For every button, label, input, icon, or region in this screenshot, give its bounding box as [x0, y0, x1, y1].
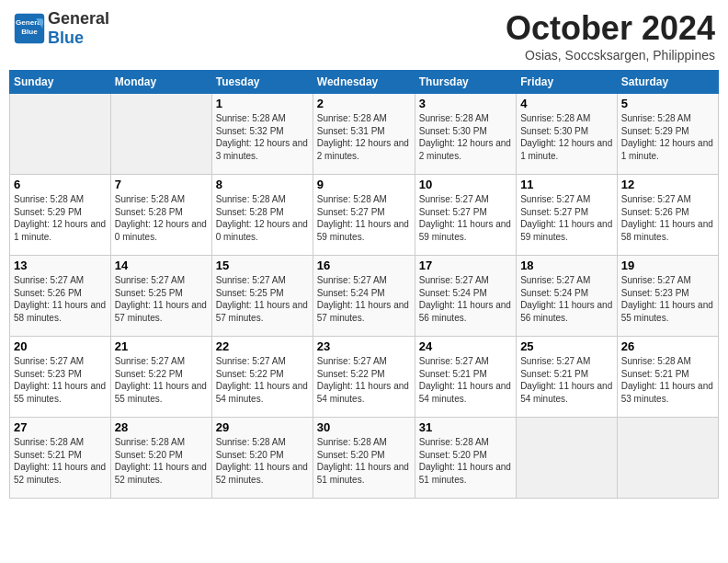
day-info: Sunrise: 5:27 AM Sunset: 5:24 PM Dayligh… — [520, 274, 613, 324]
title-block: October 2024 Osias, Soccsksargen, Philip… — [506, 9, 715, 63]
calendar-table: SundayMondayTuesdayWednesdayThursdayFrid… — [9, 70, 719, 499]
header-day-friday: Friday — [517, 71, 618, 94]
week-row-1: 1Sunrise: 5:28 AM Sunset: 5:32 PM Daylig… — [10, 94, 719, 175]
day-info: Sunrise: 5:28 AM Sunset: 5:32 PM Dayligh… — [216, 112, 309, 162]
calendar-cell: 10Sunrise: 5:27 AM Sunset: 5:27 PM Dayli… — [415, 175, 516, 256]
header-day-thursday: Thursday — [415, 71, 516, 94]
day-number: 5 — [621, 97, 714, 110]
calendar-cell: 22Sunrise: 5:27 AM Sunset: 5:22 PM Dayli… — [211, 337, 313, 418]
day-number: 19 — [621, 259, 714, 272]
calendar-cell: 29Sunrise: 5:28 AM Sunset: 5:20 PM Dayli… — [211, 418, 313, 499]
calendar-cell: 15Sunrise: 5:27 AM Sunset: 5:25 PM Dayli… — [211, 256, 313, 337]
day-number: 26 — [621, 339, 714, 353]
calendar-cell — [110, 94, 211, 175]
day-number: 12 — [621, 178, 714, 191]
day-info: Sunrise: 5:28 AM Sunset: 5:28 PM Dayligh… — [115, 193, 208, 243]
week-row-3: 13Sunrise: 5:27 AM Sunset: 5:26 PM Dayli… — [10, 256, 719, 337]
day-number: 11 — [520, 178, 613, 191]
day-number: 25 — [520, 339, 613, 353]
day-number: 16 — [317, 259, 411, 272]
day-info: Sunrise: 5:28 AM Sunset: 5:20 PM Dayligh… — [419, 436, 512, 486]
calendar-cell: 21Sunrise: 5:27 AM Sunset: 5:22 PM Dayli… — [110, 337, 211, 418]
calendar-cell: 5Sunrise: 5:28 AM Sunset: 5:29 PM Daylig… — [617, 94, 718, 175]
calendar-cell — [10, 94, 111, 175]
calendar-cell: 9Sunrise: 5:28 AM Sunset: 5:27 PM Daylig… — [313, 175, 415, 256]
calendar-cell: 13Sunrise: 5:27 AM Sunset: 5:26 PM Dayli… — [10, 256, 111, 337]
header-day-tuesday: Tuesday — [211, 71, 313, 94]
location-subtitle: Osias, Soccsksargen, Philippines — [506, 48, 715, 63]
day-info: Sunrise: 5:27 AM Sunset: 5:27 PM Dayligh… — [419, 193, 512, 243]
day-number: 13 — [14, 259, 107, 272]
day-number: 20 — [14, 339, 107, 353]
day-number: 3 — [419, 97, 512, 110]
logo-blue-text: Blue — [48, 29, 84, 47]
calendar-cell: 20Sunrise: 5:27 AM Sunset: 5:23 PM Dayli… — [10, 337, 111, 418]
day-info: Sunrise: 5:28 AM Sunset: 5:30 PM Dayligh… — [520, 112, 613, 162]
day-number: 2 — [317, 97, 411, 110]
day-info: Sunrise: 5:28 AM Sunset: 5:29 PM Dayligh… — [621, 112, 714, 162]
calendar-header: SundayMondayTuesdayWednesdayThursdayFrid… — [10, 71, 719, 94]
calendar-cell: 11Sunrise: 5:27 AM Sunset: 5:27 PM Dayli… — [517, 175, 618, 256]
calendar-cell: 19Sunrise: 5:27 AM Sunset: 5:23 PM Dayli… — [617, 256, 718, 337]
day-info: Sunrise: 5:28 AM Sunset: 5:20 PM Dayligh… — [115, 436, 208, 486]
calendar-cell: 30Sunrise: 5:28 AM Sunset: 5:20 PM Dayli… — [313, 418, 415, 499]
logo-general-text: General — [48, 9, 109, 28]
day-info: Sunrise: 5:27 AM Sunset: 5:25 PM Dayligh… — [216, 274, 309, 324]
calendar-cell: 4Sunrise: 5:28 AM Sunset: 5:30 PM Daylig… — [517, 94, 618, 175]
calendar-cell: 14Sunrise: 5:27 AM Sunset: 5:25 PM Dayli… — [110, 256, 211, 337]
calendar-cell: 24Sunrise: 5:27 AM Sunset: 5:21 PM Dayli… — [415, 337, 516, 418]
day-info: Sunrise: 5:27 AM Sunset: 5:22 PM Dayligh… — [115, 355, 208, 405]
day-info: Sunrise: 5:27 AM Sunset: 5:27 PM Dayligh… — [520, 193, 613, 243]
day-info: Sunrise: 5:27 AM Sunset: 5:23 PM Dayligh… — [621, 274, 714, 324]
calendar-cell: 18Sunrise: 5:27 AM Sunset: 5:24 PM Dayli… — [517, 256, 618, 337]
day-number: 27 — [14, 420, 107, 434]
day-info: Sunrise: 5:27 AM Sunset: 5:24 PM Dayligh… — [317, 274, 411, 324]
day-number: 15 — [216, 259, 309, 272]
day-number: 30 — [317, 420, 411, 434]
week-row-2: 6Sunrise: 5:28 AM Sunset: 5:29 PM Daylig… — [10, 175, 719, 256]
day-number: 21 — [115, 339, 208, 353]
header-day-saturday: Saturday — [617, 71, 718, 94]
calendar-cell: 31Sunrise: 5:28 AM Sunset: 5:20 PM Dayli… — [415, 418, 516, 499]
day-number: 29 — [216, 420, 309, 434]
calendar-cell: 28Sunrise: 5:28 AM Sunset: 5:20 PM Dayli… — [110, 418, 211, 499]
calendar-cell: 7Sunrise: 5:28 AM Sunset: 5:28 PM Daylig… — [110, 175, 211, 256]
calendar-cell — [517, 418, 618, 499]
calendar-cell: 25Sunrise: 5:27 AM Sunset: 5:21 PM Dayli… — [517, 337, 618, 418]
week-row-4: 20Sunrise: 5:27 AM Sunset: 5:23 PM Dayli… — [10, 337, 719, 418]
calendar-cell: 26Sunrise: 5:28 AM Sunset: 5:21 PM Dayli… — [617, 337, 718, 418]
day-info: Sunrise: 5:27 AM Sunset: 5:22 PM Dayligh… — [317, 355, 411, 405]
day-number: 18 — [520, 259, 613, 272]
header-day-sunday: Sunday — [10, 71, 111, 94]
day-number: 14 — [115, 259, 208, 272]
day-info: Sunrise: 5:28 AM Sunset: 5:21 PM Dayligh… — [14, 436, 107, 486]
day-info: Sunrise: 5:27 AM Sunset: 5:26 PM Dayligh… — [621, 193, 714, 243]
day-info: Sunrise: 5:27 AM Sunset: 5:21 PM Dayligh… — [520, 355, 613, 405]
calendar-cell: 8Sunrise: 5:28 AM Sunset: 5:28 PM Daylig… — [211, 175, 313, 256]
day-info: Sunrise: 5:28 AM Sunset: 5:20 PM Dayligh… — [317, 436, 411, 486]
day-number: 28 — [115, 420, 208, 434]
day-number: 9 — [317, 178, 411, 191]
day-number: 31 — [419, 420, 512, 434]
day-info: Sunrise: 5:27 AM Sunset: 5:25 PM Dayligh… — [115, 274, 208, 324]
calendar-cell: 3Sunrise: 5:28 AM Sunset: 5:30 PM Daylig… — [415, 94, 516, 175]
day-info: Sunrise: 5:27 AM Sunset: 5:22 PM Dayligh… — [216, 355, 309, 405]
day-info: Sunrise: 5:28 AM Sunset: 5:27 PM Dayligh… — [317, 193, 411, 243]
calendar-cell: 2Sunrise: 5:28 AM Sunset: 5:31 PM Daylig… — [313, 94, 415, 175]
calendar-cell — [617, 418, 718, 499]
day-info: Sunrise: 5:28 AM Sunset: 5:20 PM Dayligh… — [216, 436, 309, 486]
day-info: Sunrise: 5:28 AM Sunset: 5:21 PM Dayligh… — [621, 355, 714, 405]
calendar-cell: 12Sunrise: 5:27 AM Sunset: 5:26 PM Dayli… — [617, 175, 718, 256]
day-number: 22 — [216, 339, 309, 353]
day-info: Sunrise: 5:28 AM Sunset: 5:28 PM Dayligh… — [216, 193, 309, 243]
day-info: Sunrise: 5:27 AM Sunset: 5:23 PM Dayligh… — [14, 355, 107, 405]
week-row-5: 27Sunrise: 5:28 AM Sunset: 5:21 PM Dayli… — [10, 418, 719, 499]
day-number: 7 — [115, 178, 208, 191]
day-number: 24 — [419, 339, 512, 353]
day-number: 4 — [520, 97, 613, 110]
calendar-cell: 1Sunrise: 5:28 AM Sunset: 5:32 PM Daylig… — [211, 94, 313, 175]
logo-icon: General Blue — [13, 12, 46, 45]
calendar-body: 1Sunrise: 5:28 AM Sunset: 5:32 PM Daylig… — [10, 94, 719, 499]
day-info: Sunrise: 5:27 AM Sunset: 5:26 PM Dayligh… — [14, 274, 107, 324]
calendar-cell: 27Sunrise: 5:28 AM Sunset: 5:21 PM Dayli… — [10, 418, 111, 499]
